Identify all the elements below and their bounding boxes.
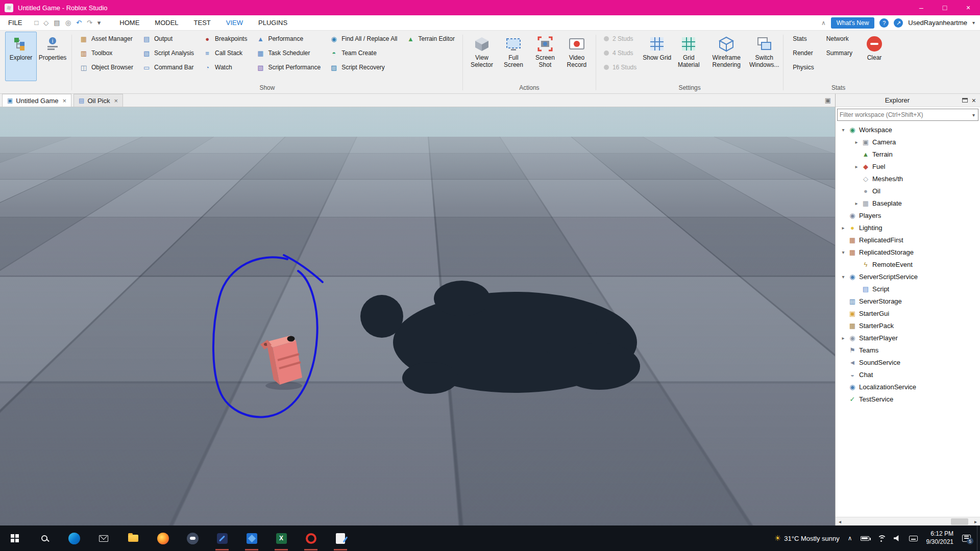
close-button[interactable]: × bbox=[957, 0, 980, 15]
tree-item-serverscriptservice[interactable]: ▾◉ServerScriptService bbox=[836, 270, 980, 283]
summary-item[interactable]: Summary bbox=[820, 46, 859, 60]
physics-item[interactable]: Physics bbox=[787, 60, 820, 74]
object-browser-button[interactable]: ◫Object Browser bbox=[75, 60, 138, 74]
filter-caret-icon[interactable]: ▾ bbox=[971, 112, 976, 118]
tab-oil-pick[interactable]: ▤ Oil Pick × bbox=[74, 94, 123, 107]
network-item[interactable]: Network bbox=[820, 32, 859, 46]
output-button[interactable]: ▤Output bbox=[138, 32, 199, 46]
taskbar-start-icon[interactable] bbox=[0, 525, 30, 551]
chevron-down-icon[interactable]: ▾ bbox=[839, 249, 848, 255]
performance-button[interactable]: ▲Performance bbox=[252, 32, 325, 46]
volume-indicator[interactable] bbox=[890, 525, 905, 551]
script-analysis-button[interactable]: ▧Script Analysis bbox=[138, 46, 199, 60]
chevron-right-icon[interactable]: ▸ bbox=[839, 335, 848, 341]
chevron-right-icon[interactable]: ▸ bbox=[852, 139, 861, 145]
open-file-icon[interactable]: ◇ bbox=[43, 19, 48, 27]
grid-material-button[interactable]: Grid Material bbox=[673, 32, 704, 81]
touch-keyboard-button[interactable] bbox=[905, 525, 922, 551]
maximize-button[interactable]: □ bbox=[933, 0, 957, 15]
tray-overflow-button[interactable]: ∧ bbox=[844, 525, 856, 551]
tree-item-starterpack[interactable]: ▦StarterPack bbox=[836, 319, 980, 332]
stats-item[interactable]: Stats bbox=[787, 32, 820, 46]
oil-puddle-blob[interactable] bbox=[558, 343, 640, 390]
tree-item-soundservice[interactable]: ◄SoundService bbox=[836, 356, 980, 368]
battery-indicator[interactable] bbox=[856, 525, 873, 551]
network-indicator[interactable] bbox=[873, 525, 890, 551]
username[interactable]: UsedRayanheartme bbox=[908, 19, 967, 27]
menu-tab-view[interactable]: VIEW bbox=[218, 15, 251, 30]
new-file-icon[interactable]: □ bbox=[34, 19, 38, 27]
command-bar-button[interactable]: ▭Command Bar bbox=[138, 60, 199, 74]
action-center-button[interactable]: 5 bbox=[958, 525, 975, 551]
tree-item-starterplayer[interactable]: ▸◉StarterPlayer bbox=[836, 332, 980, 344]
tree-item-lighting[interactable]: ▸●Lighting bbox=[836, 221, 980, 234]
script-recovery-button[interactable]: ▨Script Recovery bbox=[325, 60, 402, 74]
find-all-replace-all-button[interactable]: ◉Find All / Replace All bbox=[325, 32, 402, 46]
view-selector-button[interactable]: View Selector bbox=[466, 32, 498, 81]
tree-item-teams[interactable]: ⚑Teams bbox=[836, 344, 980, 356]
properties-button[interactable]: i Properties bbox=[37, 32, 68, 81]
taskbar-photos-icon[interactable] bbox=[237, 525, 266, 551]
oil-puddle-blob[interactable] bbox=[360, 295, 403, 338]
menu-tab-home[interactable]: HOME bbox=[112, 15, 147, 30]
toolbox-button[interactable]: ▥Toolbox bbox=[75, 46, 138, 60]
publish-icon[interactable]: ◎ bbox=[65, 19, 71, 27]
tree-item-script[interactable]: ▤Script bbox=[836, 283, 980, 295]
scroll-left-icon[interactable]: ◂ bbox=[836, 519, 844, 524]
dock-panels-icon[interactable]: ▣ bbox=[825, 96, 831, 104]
video-record-button[interactable]: Video Record bbox=[561, 32, 593, 81]
3d-viewport[interactable] bbox=[0, 107, 835, 525]
taskbar-firefox-icon[interactable] bbox=[148, 525, 178, 551]
weather-widget[interactable]: ☀ 31°C Mostly sunny bbox=[770, 525, 844, 551]
help-icon[interactable]: ? bbox=[879, 18, 889, 28]
scroll-right-icon[interactable]: ▸ bbox=[971, 519, 980, 524]
tree-item-serverstorage[interactable]: ▥ServerStorage bbox=[836, 295, 980, 307]
tree-item-testservice[interactable]: ✓TestService bbox=[836, 393, 980, 405]
tree-item-startergui[interactable]: ▣StarterGui bbox=[836, 307, 980, 319]
tree-item-oil[interactable]: ●Oil bbox=[836, 185, 980, 197]
team-create-button[interactable]: ◓Team Create bbox=[325, 46, 402, 60]
show-desktop-button[interactable] bbox=[977, 525, 980, 551]
scrollbar-track[interactable] bbox=[844, 517, 971, 525]
save-icon[interactable]: ▤ bbox=[54, 19, 60, 27]
task-scheduler-button[interactable]: ▦Task Scheduler bbox=[252, 46, 325, 60]
minimize-button[interactable]: – bbox=[910, 0, 933, 15]
redo-icon[interactable]: ↷ bbox=[87, 19, 92, 27]
tree-item-players[interactable]: ◉Players bbox=[836, 209, 980, 221]
tab-untitled-game[interactable]: ▣ Untitled Game × bbox=[2, 94, 71, 107]
close-tab-icon[interactable]: × bbox=[62, 97, 66, 105]
horizontal-scrollbar[interactable]: ◂ ▸ bbox=[836, 517, 980, 525]
tree-item-remoteevent[interactable]: ϟRemoteEvent bbox=[836, 258, 980, 270]
terrain-editor-button[interactable]: ▲Terrain Editor bbox=[402, 32, 459, 46]
taskbar-journal-icon[interactable] bbox=[326, 525, 355, 551]
undo-icon[interactable]: ↶ bbox=[76, 19, 82, 27]
explorer-button[interactable]: Explorer bbox=[5, 32, 37, 81]
wireframe-rendering-button[interactable]: Wireframe Rendering bbox=[704, 32, 748, 81]
taskbar-opera-icon[interactable] bbox=[296, 525, 326, 551]
asset-manager-button[interactable]: ▦Asset Manager bbox=[75, 32, 138, 46]
show-grid-button[interactable]: Show Grid bbox=[641, 32, 673, 81]
16-studs-option[interactable]: 16 Studs bbox=[599, 60, 641, 74]
taskbar-file-explorer-icon[interactable] bbox=[118, 525, 148, 551]
taskbar-edge-icon[interactable] bbox=[59, 525, 89, 551]
4-studs-option[interactable]: 4 Studs bbox=[599, 46, 641, 60]
scrollbar-thumb[interactable] bbox=[951, 518, 968, 525]
tree-item-fuel[interactable]: ▸◆Fuel bbox=[836, 160, 980, 172]
customize-toolbar-icon[interactable]: ▾ bbox=[97, 19, 101, 27]
tree-item-baseplate[interactable]: ▸▦Baseplate bbox=[836, 197, 980, 209]
2-studs-option[interactable]: 2 Studs bbox=[599, 32, 641, 46]
clear-button[interactable]: Clear bbox=[859, 32, 890, 81]
chevron-right-icon[interactable]: ▸ bbox=[839, 225, 848, 231]
call-stack-button[interactable]: ≡Call Stack bbox=[199, 46, 252, 60]
oil-puddle-blob[interactable] bbox=[402, 362, 458, 394]
close-tab-icon[interactable]: × bbox=[114, 97, 118, 105]
tree-item-localizationservice[interactable]: ◉LocalizationService bbox=[836, 381, 980, 393]
collapse-ribbon-icon[interactable]: ∧ bbox=[821, 19, 826, 27]
tree-item-meshes-th[interactable]: ◇Meshes/th bbox=[836, 172, 980, 185]
breakpoints-button[interactable]: ●Breakpoints bbox=[199, 32, 252, 46]
menu-tab-model[interactable]: MODEL bbox=[147, 15, 186, 30]
watch-button[interactable]: ◔Watch bbox=[199, 60, 252, 74]
chevron-right-icon[interactable]: ▸ bbox=[852, 164, 861, 169]
taskbar-excel-icon[interactable]: X bbox=[266, 525, 296, 551]
tree-item-chat[interactable]: ◒Chat bbox=[836, 368, 980, 381]
